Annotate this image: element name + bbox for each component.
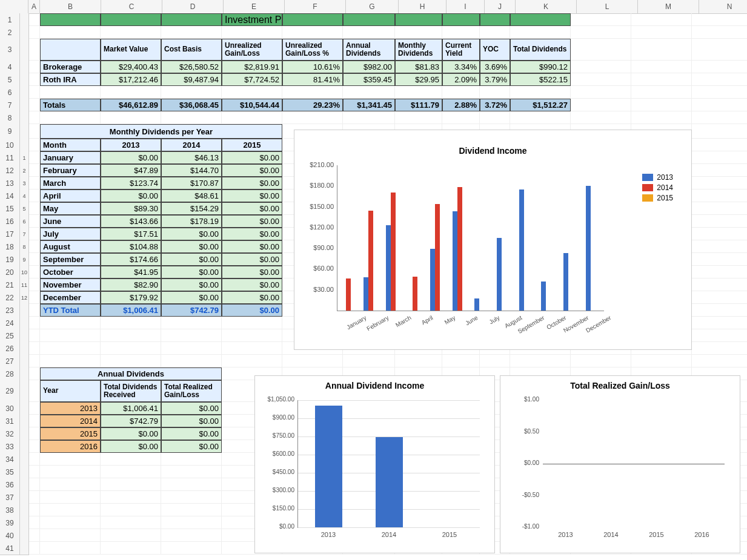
cell[interactable] <box>343 13 395 26</box>
totals-value[interactable]: $111.79 <box>395 99 442 111</box>
cell[interactable] <box>692 240 747 253</box>
cell[interactable] <box>282 13 343 26</box>
cell[interactable] <box>29 86 40 99</box>
cell[interactable] <box>343 26 395 39</box>
cell[interactable] <box>101 491 161 504</box>
row-header[interactable]: 12 <box>0 164 20 177</box>
month-value[interactable]: $82.90 <box>101 278 161 291</box>
month-value[interactable]: $47.89 <box>101 164 161 177</box>
cell[interactable] <box>161 542 222 555</box>
column-header[interactable]: N <box>699 0 747 14</box>
row-header[interactable]: 18 <box>0 240 20 254</box>
cell[interactable] <box>442 111 480 124</box>
cell[interactable] <box>29 317 40 329</box>
monthly-header[interactable]: 2014 <box>161 139 222 151</box>
cell[interactable] <box>631 61 692 73</box>
cell[interactable] <box>29 342 40 355</box>
row-header[interactable]: 26 <box>0 342 20 355</box>
row-header[interactable]: 15 <box>0 202 20 216</box>
cell[interactable] <box>571 39 631 61</box>
cell[interactable] <box>692 39 747 61</box>
cell[interactable] <box>222 26 282 39</box>
month-value[interactable]: $0.00 <box>222 215 282 228</box>
month-value[interactable]: $48.61 <box>161 189 222 202</box>
summary-header[interactable]: Current Yield <box>442 39 480 61</box>
row-header[interactable]: 16 <box>0 215 20 228</box>
cell[interactable] <box>40 13 101 26</box>
monthly-header[interactable]: Month <box>40 139 101 151</box>
annual-gainloss[interactable]: $0.00 <box>161 415 222 427</box>
cell[interactable] <box>40 466 101 478</box>
column-header[interactable]: I <box>447 0 485 14</box>
annual-year[interactable]: 2013 <box>40 402 101 415</box>
summary-value[interactable]: $29.95 <box>395 73 442 86</box>
annual-dividends[interactable]: $0.00 <box>101 427 161 440</box>
column-header[interactable]: E <box>224 0 285 14</box>
totals-value[interactable]: 2.88% <box>442 99 480 111</box>
cell[interactable] <box>222 86 282 99</box>
cell[interactable] <box>40 86 101 99</box>
cell[interactable] <box>395 13 442 26</box>
row-header[interactable]: 9 <box>0 124 20 139</box>
cell[interactable] <box>29 189 40 202</box>
cell[interactable] <box>692 86 747 99</box>
annual-year[interactable]: 2014 <box>40 415 101 427</box>
cell[interactable] <box>161 317 222 329</box>
cell[interactable] <box>40 491 101 504</box>
row-header[interactable]: 40 <box>0 529 20 542</box>
cell[interactable] <box>510 26 571 39</box>
cell[interactable] <box>692 291 747 304</box>
annual-dividends[interactable]: $742.79 <box>101 415 161 427</box>
cell[interactable] <box>161 13 222 26</box>
row-header[interactable]: 17 <box>0 228 20 241</box>
month-value[interactable]: $174.66 <box>101 253 161 266</box>
cell[interactable] <box>692 215 747 228</box>
cell[interactable] <box>161 516 222 529</box>
cell[interactable] <box>29 61 40 73</box>
cell[interactable] <box>29 415 40 427</box>
cell[interactable] <box>480 111 510 124</box>
month-value[interactable]: $170.87 <box>161 177 222 189</box>
cell[interactable] <box>40 542 101 555</box>
cell[interactable] <box>282 355 343 367</box>
totals-value[interactable]: $1,512.27 <box>510 99 571 111</box>
cell[interactable] <box>571 26 631 39</box>
cell[interactable] <box>631 99 692 111</box>
ytd-value[interactable]: $1,006.41 <box>101 304 161 317</box>
month-value[interactable]: $0.00 <box>161 291 222 304</box>
row-header[interactable]: 32 <box>0 427 20 441</box>
cell[interactable] <box>571 61 631 73</box>
row-header[interactable]: 7 <box>0 99 20 112</box>
cell[interactable] <box>40 516 101 529</box>
month-name[interactable]: March <box>40 177 101 189</box>
chart-dividend-income[interactable]: Dividend Income 201320142015 $30.00$60.0… <box>294 130 692 350</box>
cell[interactable] <box>29 466 40 478</box>
totals-label[interactable]: Totals <box>40 99 101 111</box>
month-value[interactable]: $0.00 <box>101 151 161 164</box>
month-name[interactable]: August <box>40 240 101 253</box>
cell[interactable] <box>343 355 395 367</box>
summary-header[interactable]: Annual Dividends <box>343 39 395 61</box>
cell[interactable] <box>29 228 40 240</box>
cell[interactable] <box>29 542 40 555</box>
cell[interactable] <box>29 177 40 189</box>
summary-header[interactable]: Total Dividends <box>510 39 571 61</box>
cell[interactable] <box>510 355 571 367</box>
cell[interactable] <box>29 253 40 266</box>
cell[interactable] <box>40 504 101 516</box>
month-value[interactable]: $0.00 <box>161 253 222 266</box>
month-value[interactable]: $0.00 <box>161 228 222 240</box>
summary-value[interactable]: $7,724.52 <box>222 73 282 86</box>
annual-table-title[interactable]: Annual Dividends <box>40 367 222 380</box>
cell[interactable] <box>29 516 40 529</box>
cell[interactable] <box>692 139 747 151</box>
totals-value[interactable]: 29.23% <box>282 99 343 111</box>
month-value[interactable]: $178.19 <box>161 215 222 228</box>
cell[interactable] <box>101 342 161 355</box>
summary-value[interactable]: 10.61% <box>282 61 343 73</box>
annual-dividends[interactable]: $1,006.41 <box>101 402 161 415</box>
cell[interactable] <box>29 367 40 380</box>
month-value[interactable]: $0.00 <box>161 278 222 291</box>
summary-header[interactable]: YOC <box>480 39 510 61</box>
cell[interactable] <box>480 13 510 26</box>
